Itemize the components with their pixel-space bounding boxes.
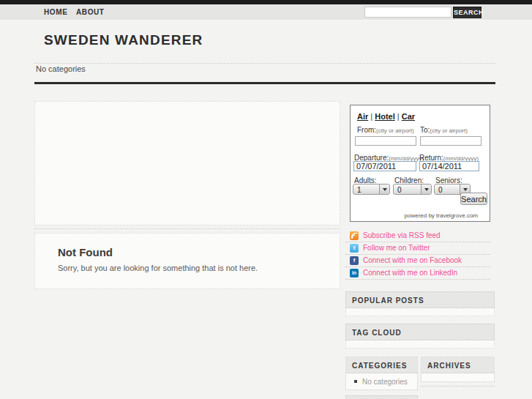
header-thick-divider xyxy=(34,82,495,84)
seniors-value: 0 xyxy=(438,186,443,194)
not-found-message: Sorry, but you are looking for something… xyxy=(58,264,258,272)
from-label: From:(city or airport) xyxy=(357,126,414,134)
travel-widget-tabs: Air | Hotel | Car xyxy=(357,112,415,121)
from-input[interactable] xyxy=(355,136,416,146)
square-bullet-icon xyxy=(354,380,357,383)
departure-date-input[interactable] xyxy=(353,161,416,171)
content-dotted-divider xyxy=(34,228,340,229)
tab-air[interactable]: Air xyxy=(357,112,368,121)
social-link-rss[interactable]: Subscribe via RSS feed xyxy=(345,230,490,242)
social-link-twitter[interactable]: t Follow me on Twitter xyxy=(345,242,490,255)
categories-list-item: No categories xyxy=(346,373,417,386)
empty-content-box xyxy=(34,101,340,225)
powered-by-text: powered by travelgrove.com xyxy=(405,212,479,219)
nav-item-home[interactable]: HOME xyxy=(44,8,67,16)
popular-posts-empty xyxy=(345,308,495,316)
tab-hotel[interactable]: Hotel xyxy=(375,112,395,121)
social-link-label: Connect with me on LinkedIn xyxy=(363,269,457,277)
archives-dotted-divider xyxy=(421,386,495,387)
tab-separator: | xyxy=(370,112,372,121)
to-label: To:(city or airport) xyxy=(420,126,468,134)
subnav-no-categories: No categories xyxy=(36,64,86,73)
tag-cloud-header: TAG CLOUD xyxy=(345,324,495,340)
social-links-list: Subscribe via RSS feed t Follow me on Tw… xyxy=(345,230,490,280)
social-link-facebook[interactable]: f Connect with me on Facebook xyxy=(345,255,490,267)
social-link-label: Connect with me on Facebook xyxy=(363,256,462,264)
tab-separator: | xyxy=(397,112,400,121)
widget-search-button[interactable]: Search xyxy=(460,193,487,205)
children-select[interactable]: 0 xyxy=(393,184,432,195)
from-hint: (city or airport) xyxy=(376,127,414,134)
chevron-down-icon xyxy=(379,184,389,194)
nav-item-about[interactable]: ABOUT xyxy=(76,8,105,16)
tab-car[interactable]: Car xyxy=(402,112,415,121)
topbar-search-button[interactable]: SEARCH xyxy=(453,7,482,18)
social-link-label: Subscribe via RSS feed xyxy=(363,231,441,239)
adults-select[interactable]: 1 xyxy=(353,184,390,195)
return-date-input[interactable] xyxy=(419,161,479,171)
partial-bottom-widget xyxy=(345,395,418,399)
social-link-label: Follow me on Twitter xyxy=(363,244,430,252)
not-found-box: Not Found Sorry, but you are looking for… xyxy=(34,233,340,289)
site-title[interactable]: SWEDEN WANDERER xyxy=(44,32,203,48)
linkedin-icon: in xyxy=(350,269,359,277)
archives-widget: ARCHIVES xyxy=(421,357,495,382)
tag-cloud-empty xyxy=(345,340,495,348)
chevron-down-icon xyxy=(421,184,431,194)
to-hint: (city or airport) xyxy=(430,127,468,134)
archives-header: ARCHIVES xyxy=(422,357,494,373)
travel-search-widget: Air | Hotel | Car From:(city or airport)… xyxy=(350,105,490,222)
twitter-icon: t xyxy=(350,244,359,253)
page: HOME ABOUT SEARCH SWEDEN WANDERER No cat… xyxy=(0,0,532,399)
navbar: HOME ABOUT SEARCH xyxy=(0,4,532,20)
to-input[interactable] xyxy=(420,136,482,146)
header-dotted-divider xyxy=(34,63,495,64)
social-link-linkedin[interactable]: in Connect with me on LinkedIn xyxy=(345,267,490,280)
not-found-title: Not Found xyxy=(58,246,113,258)
popular-posts-header: POPULAR POSTS xyxy=(345,291,495,308)
children-value: 0 xyxy=(397,186,402,194)
adults-value: 1 xyxy=(357,186,361,194)
categories-header: CATEGORIES xyxy=(346,357,417,373)
facebook-icon: f xyxy=(350,256,359,265)
topbar-search-input[interactable] xyxy=(364,7,452,18)
categories-widget: CATEGORIES No categories xyxy=(345,357,418,390)
rss-icon xyxy=(350,231,359,240)
